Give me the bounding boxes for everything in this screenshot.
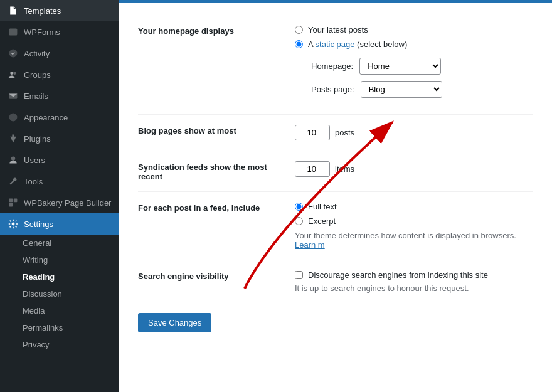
- submenu-media[interactable]: Media: [0, 302, 119, 319]
- file-icon: [8, 5, 19, 16]
- sidebar-item-templates[interactable]: Templates: [0, 0, 119, 21]
- full-text-radio[interactable]: [295, 203, 303, 211]
- feed-radio-group: Full text Excerpt: [295, 202, 533, 226]
- settings-submenu: General Writing Reading Discussion Media…: [0, 235, 119, 353]
- sidebar-item-users[interactable]: Users: [0, 149, 119, 171]
- submenu-writing[interactable]: Writing: [0, 252, 119, 268]
- sidebar-item-wpbakery[interactable]: WPBakery Page Builder: [0, 192, 119, 213]
- homepage-select-label: Homepage:: [311, 61, 353, 71]
- feed-control: Full text Excerpt Your theme determines …: [295, 202, 533, 250]
- homepage-displays-label: Your homepage displays: [138, 25, 282, 36]
- search-visibility-checkbox-row[interactable]: Discourage search engines from indexing …: [295, 270, 533, 280]
- feed-row: For each post in a feed, include Full te…: [138, 192, 533, 260]
- syndication-input[interactable]: [295, 161, 330, 177]
- submenu-general[interactable]: General: [0, 235, 119, 252]
- svg-point-5: [11, 156, 15, 160]
- search-visibility-label: Search engine visibility: [138, 270, 282, 281]
- svg-point-3: [13, 72, 16, 75]
- posts-page-select[interactable]: Blog News: [361, 81, 442, 98]
- sidebar-item-appearance[interactable]: Appearance: [0, 107, 119, 128]
- form-icon: [8, 26, 19, 38]
- syndication-label: Syndication feeds show the most recent: [138, 161, 282, 181]
- syndication-row: Syndication feeds show the most recent i…: [138, 151, 533, 192]
- sidebar-label: Plugins: [24, 134, 51, 144]
- wpbakery-icon: [8, 197, 19, 208]
- submenu-privacy[interactable]: Privacy: [0, 336, 119, 353]
- blog-pages-label: Blog pages show at most: [138, 125, 282, 135]
- sidebar-label: Tools: [24, 177, 43, 186]
- activity-icon: [8, 48, 19, 59]
- static-page-option[interactable]: A static page (select below): [295, 40, 533, 49]
- sidebar-item-settings[interactable]: Settings: [0, 213, 119, 235]
- syndication-suffix: items: [335, 164, 354, 174]
- excerpt-option[interactable]: Excerpt: [295, 216, 533, 226]
- static-page-link[interactable]: static page: [316, 40, 355, 49]
- svg-point-9: [12, 223, 15, 226]
- blog-pages-suffix: posts: [335, 128, 354, 137]
- full-text-option[interactable]: Full text: [295, 202, 533, 211]
- sidebar-label: Activity: [24, 49, 50, 58]
- sidebar-label: Groups: [24, 70, 51, 80]
- svg-rect-7: [14, 199, 18, 203]
- latest-posts-option[interactable]: Your latest posts: [295, 25, 533, 34]
- posts-page-select-row: Posts page: Blog News: [311, 81, 533, 98]
- users-icon: [8, 154, 19, 166]
- search-visibility-checkbox[interactable]: [295, 271, 303, 279]
- sidebar-item-activity[interactable]: Activity: [0, 43, 119, 64]
- posts-page-label: Posts page:: [311, 85, 354, 94]
- blog-pages-row: Blog pages show at most posts: [138, 115, 533, 151]
- search-visibility-row: Search engine visibility Discourage sear…: [138, 260, 533, 303]
- svg-point-2: [10, 72, 13, 75]
- sidebar-item-plugins[interactable]: Plugins: [0, 128, 119, 149]
- excerpt-label: Excerpt: [308, 216, 336, 226]
- plugins-icon: [8, 133, 19, 144]
- homepage-displays-control: Your latest posts A static page (select …: [295, 25, 533, 104]
- sidebar-item-groups[interactable]: Groups: [0, 64, 119, 85]
- honor-note: It is up to search engines to honour thi…: [295, 283, 533, 293]
- sidebar: Templates WPForms Activity Groups Emails…: [0, 0, 119, 392]
- svg-rect-8: [9, 203, 13, 207]
- sidebar-label: Emails: [24, 92, 48, 101]
- sidebar-label: Users: [24, 156, 45, 165]
- excerpt-radio[interactable]: [295, 217, 303, 225]
- appearance-icon: [8, 112, 19, 123]
- sidebar-label: WPBakery Page Builder: [24, 198, 111, 208]
- latest-posts-radio[interactable]: [295, 26, 303, 34]
- sidebar-item-wpforms[interactable]: WPForms: [0, 21, 119, 43]
- save-changes-button[interactable]: Save Changes: [138, 313, 211, 332]
- homepage-select-row: Homepage: Home About Contact: [311, 58, 533, 75]
- full-text-label: Full text: [308, 202, 337, 211]
- homepage-select[interactable]: Home About Contact: [359, 58, 441, 75]
- main-content: Your homepage displays Your latest posts…: [119, 0, 552, 392]
- submenu-discussion[interactable]: Discussion: [0, 285, 119, 302]
- search-visibility-checkbox-label: Discourage search engines from indexing …: [308, 270, 488, 280]
- blog-pages-control: posts: [295, 125, 533, 140]
- settings-icon: [8, 218, 19, 230]
- sidebar-label: Templates: [24, 6, 61, 16]
- blog-pages-input[interactable]: [295, 125, 330, 140]
- sidebar-item-tools[interactable]: Tools: [0, 171, 119, 192]
- submenu-permalinks[interactable]: Permalinks: [0, 319, 119, 336]
- sidebar-label: Settings: [24, 220, 53, 229]
- submenu-reading[interactable]: Reading: [0, 268, 119, 285]
- feed-label: For each post in a feed, include: [138, 202, 282, 213]
- latest-posts-label: Your latest posts: [308, 25, 368, 34]
- groups-icon: [8, 69, 19, 80]
- learn-more-link[interactable]: Learn m: [295, 240, 325, 250]
- email-icon: [8, 90, 19, 102]
- homepage-radio-group: Your latest posts A static page (select …: [295, 25, 533, 49]
- content-area: Your homepage displays Your latest posts…: [119, 3, 552, 392]
- sidebar-label: Appearance: [24, 113, 68, 122]
- theme-note: Your theme determines how content is dis…: [295, 231, 533, 250]
- sidebar-item-emails[interactable]: Emails: [0, 85, 119, 107]
- sidebar-label: WPForms: [24, 28, 60, 37]
- static-page-radio[interactable]: [295, 40, 303, 48]
- static-page-label: A static page (select below): [308, 40, 407, 49]
- svg-rect-0: [9, 28, 18, 35]
- search-visibility-control: Discourage search engines from indexing …: [295, 270, 533, 293]
- syndication-control: items: [295, 161, 533, 177]
- svg-rect-6: [9, 199, 13, 203]
- homepage-displays-row: Your homepage displays Your latest posts…: [138, 15, 533, 115]
- tools-icon: [8, 176, 19, 187]
